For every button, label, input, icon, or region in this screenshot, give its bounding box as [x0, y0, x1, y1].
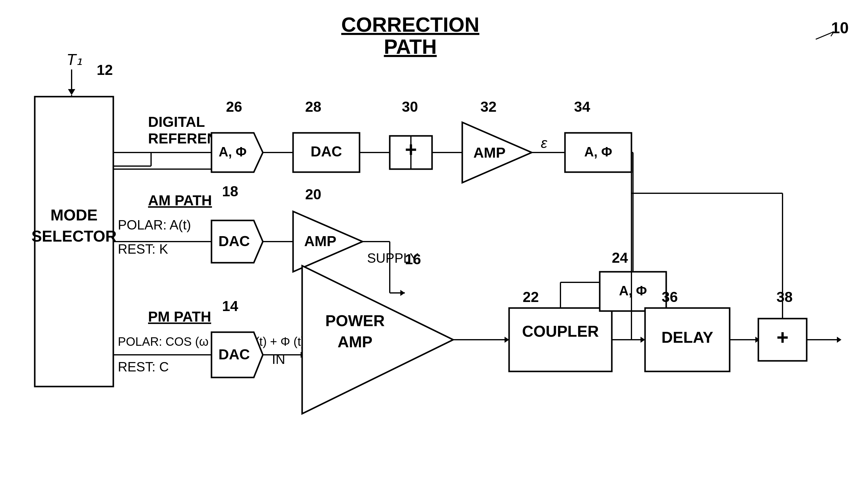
title-correction: CORRECTION	[341, 13, 479, 36]
ref-22: 22	[523, 289, 539, 305]
coupler-label1: COUPLER	[522, 323, 599, 340]
dac14-label: DAC	[218, 347, 250, 362]
power-amp-label2: AMP	[337, 333, 372, 351]
dac28-label: DAC	[311, 143, 342, 160]
title-path: PATH	[384, 35, 437, 58]
ref-28: 28	[305, 99, 321, 115]
ref-16: 16	[405, 251, 421, 267]
ref-26: 26	[226, 99, 242, 115]
in-label: IN	[272, 352, 285, 367]
ref-12: 12	[97, 62, 113, 78]
ref-30: 30	[402, 99, 418, 115]
pm-path-label: PM PATH	[148, 309, 211, 325]
ref-32: 32	[481, 99, 496, 115]
rest-c-label: REST: C	[118, 359, 169, 374]
ref-20: 20	[305, 186, 321, 202]
ref-18: 18	[222, 183, 238, 199]
ref-36: 36	[662, 289, 678, 305]
ref-24: 24	[612, 250, 628, 266]
ref-38: 38	[776, 289, 793, 305]
diagram: 10 CORRECTION PATH T₁ 12 MODE SELECTOR D…	[0, 0, 865, 504]
ref-34: 34	[574, 99, 590, 115]
power-amp-label1: POWER	[325, 312, 384, 329]
rest-k-label: REST: K	[118, 242, 168, 256]
ref-14: 14	[222, 298, 238, 314]
dac18-label: DAC	[218, 233, 250, 249]
delay-label: DELAY	[661, 329, 713, 346]
mode-selector-label2: SELECTOR	[32, 227, 117, 245]
digital-ref-label1: DIGITAL	[148, 114, 205, 130]
t1-label: T₁	[67, 51, 82, 68]
block24-label: A, Φ	[619, 283, 647, 298]
mode-selector-label1: MODE	[50, 206, 97, 224]
polar-cos-rest: (t) + Φ (t))	[255, 335, 309, 348]
am-path-label: AM PATH	[148, 192, 212, 208]
block34-label: A, Φ	[584, 144, 612, 159]
summer38-label: +	[776, 326, 788, 349]
block26-label: A, Φ	[219, 144, 246, 159]
polar-at-label: POLAR: A(t)	[118, 218, 191, 232]
amp32-label: AMP	[473, 145, 506, 161]
amp20-label: AMP	[304, 233, 337, 249]
figure-number: 10	[831, 19, 849, 37]
epsilon-label: ε	[541, 135, 547, 151]
polar-cos-label: POLAR: COS (ω	[118, 335, 208, 348]
